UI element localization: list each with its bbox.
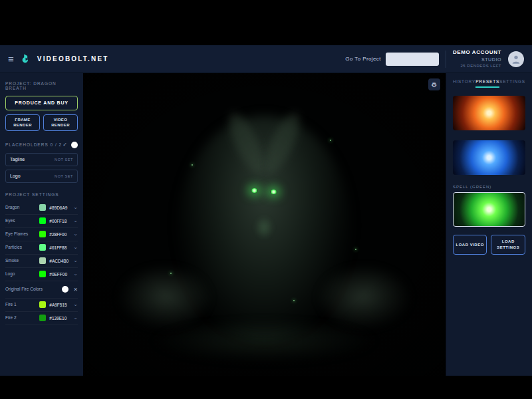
render-buttons: FRAME RENDER VIDEO RENDER	[5, 114, 78, 131]
color-label: Fire 2	[5, 315, 39, 321]
placeholder-row-logo[interactable]: Logo NOT SET	[5, 170, 78, 183]
project-settings-label: PROJECT SETTINGS	[5, 192, 78, 197]
load-video-button[interactable]: LOAD VIDEO	[453, 235, 487, 255]
brand-name: VIDEOBOLT.NET	[37, 55, 109, 63]
color-row-eye-flames[interactable]: Eye Flames #28FF00 ⌄	[5, 228, 78, 241]
color-hex: #89D6A9	[49, 205, 73, 210]
chevron-down-icon[interactable]: ⌄	[73, 245, 78, 250]
color-hex: #A9F515	[49, 303, 73, 307]
color-row-fire-1[interactable]: Fire 1 #A9F515 ⌄	[5, 299, 78, 312]
menu-icon[interactable]: ≡	[8, 54, 14, 64]
account-plan: STUDIO	[453, 57, 501, 63]
videobolt-logo-icon	[21, 53, 33, 65]
color-label: Smoke	[5, 258, 39, 263]
video-render-button[interactable]: VIDEO RENDER	[43, 114, 78, 131]
placeholder-value: NOT SET	[55, 174, 73, 178]
tab-settings[interactable]: SETTINGS	[499, 79, 525, 88]
preset-thumbnail-spell-blue[interactable]	[453, 140, 525, 175]
color-swatch[interactable]	[39, 315, 46, 321]
tab-history[interactable]: HISTORY	[453, 79, 475, 88]
gear-icon: ⚙	[431, 81, 437, 88]
main-area: PROJECT: DRAGON BREATH PRODUCE AND BUY F…	[0, 73, 532, 376]
go-to-project-label: Go To Project	[345, 56, 381, 62]
color-swatch[interactable]	[39, 217, 46, 224]
user-icon	[511, 54, 521, 65]
chevron-down-icon[interactable]: ⌄	[73, 258, 78, 263]
color-row-particles[interactable]: Particles #61FF88 ⌄	[5, 241, 78, 255]
color-label: Logo	[5, 271, 39, 277]
chevron-down-icon[interactable]: ⌄	[73, 218, 78, 223]
selected-preset-label: SPELL (GREEN)	[453, 185, 525, 189]
color-label: Eyes	[5, 218, 39, 223]
account-name: DEMO ACCOUNT	[453, 49, 501, 57]
chevron-down-icon[interactable]: ⌄	[73, 231, 78, 237]
left-sidebar: PROJECT: DRAGON BREATH PRODUCE AND BUY F…	[0, 73, 83, 376]
placeholder-label: Tagline	[10, 157, 25, 162]
avatar[interactable]	[508, 51, 524, 67]
produce-and-buy-button[interactable]: PRODUCE AND BUY	[5, 96, 78, 110]
color-label: Fire 1	[5, 302, 39, 307]
app-window: ≡ VIDEOBOLT.NET Go To Project DEMO ACCOU…	[0, 45, 532, 376]
topbar-divider	[446, 51, 446, 68]
color-label: Particles	[5, 245, 39, 250]
chevron-down-icon[interactable]: ⌄	[73, 302, 78, 307]
original-fire-toggle[interactable]	[62, 286, 68, 293]
color-row-dragon[interactable]: Dragon #89D6A9 ⌄	[5, 201, 78, 215]
preset-thumbnail-fire-orange[interactable]	[453, 96, 525, 130]
load-buttons: LOAD VIDEO LOAD SETTINGS	[453, 235, 525, 255]
placeholders-count: 0 / 2	[51, 142, 63, 147]
color-hex: #139E10	[49, 316, 73, 321]
color-label: Eye Flames	[5, 231, 39, 237]
check-icon: ✓	[63, 142, 67, 148]
vignette-overlay	[83, 73, 446, 376]
chevron-down-icon[interactable]: ⌄	[73, 315, 78, 321]
color-label: Dragon	[5, 205, 39, 210]
tab-presets[interactable]: PRESETS	[475, 79, 499, 88]
color-swatch[interactable]	[39, 301, 46, 308]
right-sidebar: HISTORY PRESETS SETTINGS SPELL (GREEN) L…	[446, 73, 532, 376]
topbar: ≡ VIDEOBOLT.NET Go To Project DEMO ACCOU…	[0, 45, 532, 73]
placeholder-label: Logo	[10, 174, 21, 178]
go-to-project: Go To Project	[345, 53, 439, 66]
original-fire-colors-label: Original Fire Colors	[5, 287, 62, 292]
go-to-project-input[interactable]	[386, 53, 439, 66]
chevron-down-icon[interactable]: ⌄	[73, 205, 78, 210]
color-hex: #61FF88	[49, 245, 73, 250]
load-settings-button[interactable]: LOAD SETTINGS	[491, 235, 525, 255]
color-swatch[interactable]	[39, 244, 46, 251]
video-preview[interactable]: ⚙	[83, 73, 446, 376]
frame-render-button[interactable]: FRAME RENDER	[5, 114, 40, 131]
color-row-smoke[interactable]: Smoke #ACD4B0 ⌄	[5, 255, 78, 268]
placeholders-header: PLACEHOLDERS 0 / 2 ✓	[5, 142, 78, 148]
color-swatch[interactable]	[39, 271, 46, 277]
color-swatch[interactable]	[39, 204, 46, 211]
chevron-down-icon[interactable]: ⌄	[73, 271, 78, 277]
placeholders-label: PLACEHOLDERS 0 / 2	[5, 142, 63, 147]
preview-settings-button[interactable]: ⚙	[428, 78, 440, 90]
color-row-fire-2[interactable]: Fire 2 #139E10 ⌄	[5, 312, 78, 325]
color-hex: #0EFF00	[49, 272, 73, 277]
color-swatch[interactable]	[39, 231, 46, 237]
project-title: PROJECT: DRAGON BREATH	[5, 81, 78, 90]
placeholder-row-tagline[interactable]: Tagline NOT SET	[5, 153, 78, 166]
color-row-logo[interactable]: Logo #0EFF00 ⌄	[5, 268, 78, 281]
placeholder-value: NOT SET	[55, 158, 73, 162]
color-swatch[interactable]	[39, 257, 46, 264]
account-renders-left: 25 RENDERS LEFT	[453, 63, 501, 68]
account-info[interactable]: DEMO ACCOUNT STUDIO 25 RENDERS LEFT	[453, 49, 501, 68]
color-hex: #28FF00	[49, 232, 73, 237]
close-icon[interactable]: ✕	[73, 287, 78, 293]
original-fire-colors-row: Original Fire Colors ✕	[5, 281, 78, 299]
placeholders-label-text: PLACEHOLDERS	[5, 142, 49, 147]
color-hex: #ACD4B0	[49, 259, 73, 263]
brand-logo: VIDEOBOLT.NET	[21, 53, 109, 65]
color-row-eyes[interactable]: Eyes #00FF18 ⌄	[5, 215, 78, 228]
project-settings: PROJECT SETTINGS Dragon #89D6A9 ⌄ Eyes #…	[5, 192, 78, 325]
preset-thumbnail-spell-green-selected[interactable]	[453, 192, 525, 227]
right-tabs: HISTORY PRESETS SETTINGS	[453, 79, 525, 88]
color-hex: #00FF18	[49, 219, 73, 223]
placeholders-toggle[interactable]	[71, 142, 78, 148]
preset-thumbnail-spell-purple[interactable]	[453, 265, 525, 300]
